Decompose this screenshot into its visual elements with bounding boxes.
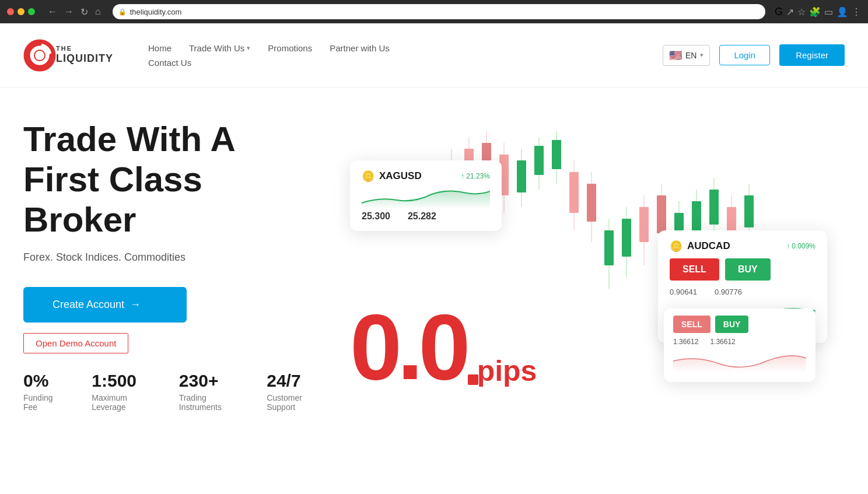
lock-icon: 🔒 (118, 8, 127, 16)
logo-the: THE (56, 45, 113, 52)
site-wrapper: THE LIQUIDITY Home Trade With Us ▾ Promo… (0, 23, 868, 494)
svg-rect-26 (622, 219, 631, 257)
create-account-button[interactable]: Create Account → (23, 287, 187, 323)
audcad-sell-price: 0.90641 (670, 288, 697, 296)
svg-rect-2 (35, 51, 44, 60)
audcad-sell-button[interactable]: SELL (670, 258, 719, 281)
browser-chrome: ← → ↻ ⌂ 🔒 theliquidity.com G ↗ ☆ 🧩 ▭ 👤 ⋮ (0, 0, 868, 23)
nav-actions: 🇺🇸 EN ▾ Login Register (663, 44, 845, 66)
lang-label: EN (685, 51, 696, 60)
mini-buy-button[interactable]: BUY (715, 316, 749, 333)
audcad-buy-button[interactable]: BUY (725, 258, 771, 281)
hero-title: Trade With A First Class Broker (23, 119, 315, 240)
google-icon[interactable]: G (775, 6, 783, 18)
mini-prices: 1.36612 1.36612 (673, 338, 806, 346)
profile-icon[interactable]: 👤 (836, 6, 848, 17)
navbar: THE LIQUIDITY Home Trade With Us ▾ Promo… (0, 23, 868, 87)
browser-reload-btn[interactable]: ↻ (78, 5, 90, 19)
xagusd-price2: 25.282 (408, 211, 436, 222)
nav-row-bottom: Contact Us (148, 58, 191, 68)
logo-liquidity: LIQUIDITY (56, 52, 113, 65)
nav-promotions[interactable]: Promotions (268, 43, 312, 53)
nav-home[interactable]: Home (148, 43, 172, 53)
svg-rect-22 (587, 184, 596, 222)
nav-partner[interactable]: Partner with Us (330, 43, 390, 53)
puzzle-icon[interactable]: 🧩 (809, 6, 821, 17)
svg-rect-16 (534, 146, 544, 175)
xagusd-icon: 🪙 (362, 170, 374, 183)
share-icon[interactable]: ↗ (786, 6, 794, 17)
logo-svg (23, 39, 56, 72)
svg-rect-18 (552, 140, 561, 169)
xagusd-mini-chart (362, 188, 490, 209)
browser-back-btn[interactable]: ← (46, 5, 60, 19)
svg-rect-36 (709, 190, 719, 225)
nav-contact[interactable]: Contact Us (148, 58, 191, 68)
logo-text: THE LIQUIDITY (56, 45, 113, 65)
browser-close-btn[interactable] (7, 8, 14, 15)
register-button[interactable]: Register (779, 44, 845, 66)
pips-number: 0.0 (350, 300, 466, 394)
stat-support-label: Customer Support (267, 393, 315, 412)
mini-buy-sell: SELL BUY (673, 316, 806, 333)
browser-home-btn[interactable]: ⌂ (93, 5, 103, 19)
stat-support: 24/7 Customer Support (267, 371, 315, 412)
stat-instruments-label: Trading Instruments (179, 393, 232, 412)
stat-support-value: 24/7 (267, 371, 315, 391)
mini-card: SELL BUY 1.36612 1.36612 (664, 309, 816, 382)
stat-leverage-label: Maximum Leverage (92, 393, 144, 412)
svg-rect-20 (569, 172, 579, 213)
audcad-change: ↑ 0.009% (786, 242, 816, 250)
browser-address-bar[interactable]: 🔒 theliquidity.com (113, 4, 765, 19)
stat-funding-label: Funding Fee (23, 393, 57, 412)
login-button[interactable]: Login (719, 45, 770, 65)
audcad-buy-price: 0.90776 (715, 288, 742, 296)
xagusd-card: 🪙 XAGUSD ↑ 21.23% 25.300 (350, 160, 502, 231)
mini-sell-button[interactable]: SELL (673, 316, 710, 333)
hero-right: 🪙 XAGUSD ↑ 21.23% 25.300 (315, 114, 845, 417)
svg-rect-24 (604, 230, 614, 265)
mini-buy-price: 1.36612 (710, 338, 735, 346)
xagusd-prices: 25.300 25.282 (362, 211, 490, 222)
stat-funding: 0% Funding Fee (23, 371, 57, 412)
xagusd-name: XAGUSD (379, 170, 422, 182)
demo-account-button[interactable]: Open Demo Account (23, 333, 128, 353)
stat-funding-value: 0% (23, 371, 57, 391)
audcad-icon: 🪙 (670, 240, 682, 253)
bookmark-icon[interactable]: ☆ (797, 6, 806, 17)
svg-rect-14 (517, 160, 526, 192)
xagusd-header: 🪙 XAGUSD ↑ 21.23% (362, 170, 490, 183)
svg-rect-40 (744, 195, 754, 227)
xagusd-price1: 25.300 (362, 211, 390, 222)
browser-url: theliquidity.com (130, 8, 182, 16)
trade-chevron: ▾ (247, 44, 250, 52)
stat-leverage-value: 1:500 (92, 371, 144, 391)
stat-instruments: 230+ Trading Instruments (179, 371, 232, 412)
flag-icon: 🇺🇸 (669, 49, 682, 62)
layout-icon[interactable]: ▭ (824, 6, 833, 17)
audcad-name: AUDCAD (687, 240, 730, 252)
hero-left: Trade With A First Class Broker Forex. S… (23, 119, 315, 412)
audcad-header: 🪙 AUDCAD ↑ 0.009% (670, 240, 816, 253)
audcad-buy-sell: SELL BUY (670, 258, 816, 281)
hero-section: Trade With A First Class Broker Forex. S… (0, 87, 868, 437)
nav-row-top: Home Trade With Us ▾ Promotions Partner … (148, 43, 390, 53)
stat-leverage: 1:500 Maximum Leverage (92, 371, 144, 412)
mini-sell-price: 1.36612 (673, 338, 698, 346)
svg-rect-30 (657, 195, 666, 233)
audcad-trade-prices: 0.90641 0.90776 (670, 288, 816, 296)
browser-forward-btn[interactable]: → (62, 5, 76, 19)
svg-rect-28 (639, 207, 649, 242)
browser-toolbar: G ↗ ☆ 🧩 ▭ 👤 ⋮ (775, 6, 861, 18)
menu-icon[interactable]: ⋮ (852, 6, 861, 17)
browser-max-btn[interactable] (28, 8, 35, 15)
lang-chevron: ▾ (700, 51, 704, 59)
lang-selector[interactable]: 🇺🇸 EN ▾ (663, 45, 710, 66)
nav-links: Home Trade With Us ▾ Promotions Partner … (148, 43, 663, 68)
pips-word: pips (477, 354, 537, 388)
logo-link[interactable]: THE LIQUIDITY (23, 39, 113, 72)
hero-subtitle: Forex. Stock Indices. Commodities (23, 251, 315, 264)
browser-min-btn[interactable] (18, 8, 24, 15)
xagusd-change: ↑ 21.23% (461, 172, 490, 180)
nav-trade[interactable]: Trade With Us ▾ (189, 43, 250, 53)
